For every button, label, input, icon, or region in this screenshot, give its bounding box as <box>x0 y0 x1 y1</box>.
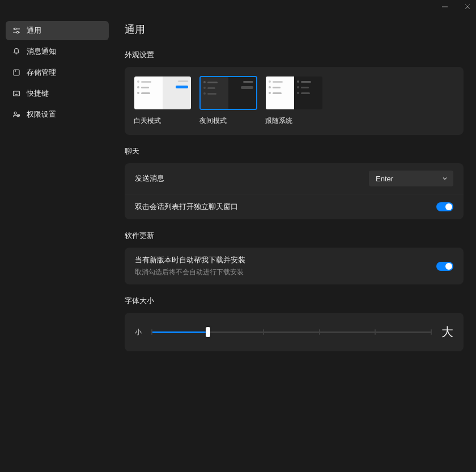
slider-label-small: 小 <box>135 328 142 337</box>
sidebar-item-label: 通用 <box>27 25 41 36</box>
theme-option-dark[interactable]: 夜间模式 <box>199 76 257 126</box>
row-send-message: 发送消息 Enter <box>125 163 464 194</box>
update-panel: 当有新版本时自动帮我下载并安装 取消勾选后将不会自动进行下载安装 <box>125 248 464 284</box>
minimize-icon <box>441 3 448 10</box>
row-label: 双击会话列表打开独立聊天窗口 <box>135 202 238 212</box>
close-icon <box>464 3 471 10</box>
theme-caption: 白天模式 <box>134 116 192 126</box>
sidebar-item-label: 快捷键 <box>27 88 49 99</box>
sidebar-item-permissions[interactable]: 权限设置 <box>6 105 109 124</box>
send-key-select[interactable]: Enter <box>369 171 453 186</box>
sliders-icon <box>12 26 21 35</box>
svg-point-10 <box>14 92 15 93</box>
main-content: 通用 外观设置 <box>114 14 476 472</box>
section-title-appearance: 外观设置 <box>125 50 464 60</box>
row-dblclick-window: 双击会话列表打开独立聊天窗口 <box>125 194 464 219</box>
titlebar <box>0 0 476 14</box>
svg-rect-9 <box>14 91 20 96</box>
theme-option-light[interactable]: 白天模式 <box>134 76 192 126</box>
select-value: Enter <box>376 175 393 183</box>
sidebar-item-storage[interactable]: 存储管理 <box>6 63 109 82</box>
theme-caption: 夜间模式 <box>199 116 257 126</box>
row-sublabel: 取消勾选后将不会自动进行下载安装 <box>135 267 245 277</box>
permissions-icon <box>12 110 21 119</box>
page-title: 通用 <box>125 23 464 36</box>
sidebar-item-label: 消息通知 <box>27 46 56 57</box>
svg-point-14 <box>14 112 16 114</box>
theme-thumb-system <box>265 76 323 110</box>
font-panel: 小 大 <box>125 313 464 351</box>
section-title-chat: 聊天 <box>125 146 464 156</box>
chat-panel: 发送消息 Enter 双击会话列表打开独立聊天窗口 <box>125 163 464 219</box>
svg-rect-7 <box>14 70 19 75</box>
toggle-auto-update[interactable] <box>436 262 453 271</box>
svg-point-11 <box>16 92 16 93</box>
row-auto-update: 当有新版本时自动帮我下载并安装 取消勾选后将不会自动进行下载安装 <box>125 248 464 284</box>
sidebar-item-notifications[interactable]: 消息通知 <box>6 42 109 61</box>
storage-icon <box>12 68 21 77</box>
sidebar-item-general[interactable]: 通用 <box>6 21 109 40</box>
row-label: 当有新版本时自动帮我下载并安装 <box>135 255 245 265</box>
svg-point-4 <box>14 28 16 29</box>
theme-option-system[interactable]: 跟随系统 <box>265 76 323 126</box>
keyboard-icon <box>12 89 21 98</box>
svg-point-6 <box>16 31 18 33</box>
sidebar-item-label: 存储管理 <box>27 67 56 78</box>
chevron-down-icon <box>442 176 448 181</box>
slider-label-large: 大 <box>441 324 453 340</box>
sidebar-item-shortcuts[interactable]: 快捷键 <box>6 84 109 103</box>
appearance-panel: 白天模式 <box>125 67 464 135</box>
toggle-dblclick-window[interactable] <box>436 202 453 211</box>
svg-point-12 <box>18 92 18 93</box>
theme-thumb-light <box>134 76 192 110</box>
bell-icon <box>12 47 21 56</box>
sidebar: 通用 消息通知 存储管理 快捷键 <box>0 14 114 472</box>
minimize-button[interactable] <box>440 2 450 12</box>
section-title-update: 软件更新 <box>125 231 464 241</box>
row-label: 发送消息 <box>135 173 164 184</box>
theme-thumb-dark <box>199 76 257 110</box>
section-title-font: 字体大小 <box>125 296 464 306</box>
sidebar-item-label: 权限设置 <box>27 109 56 120</box>
close-button[interactable] <box>462 2 473 12</box>
theme-caption: 跟随系统 <box>265 116 323 126</box>
font-size-slider[interactable] <box>152 326 431 338</box>
